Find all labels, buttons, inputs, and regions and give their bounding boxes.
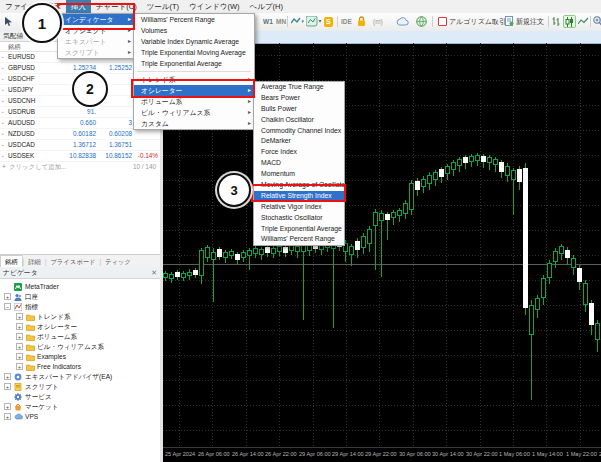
timeframe-mn-button[interactable]: MN: [274, 15, 288, 28]
market-icon: [14, 403, 22, 411]
new-order-button[interactable]: 新規注文: [505, 15, 544, 28]
market-watch-row[interactable]: ▪USDCAD1.367121.36751: [0, 140, 160, 151]
algo-trading-button[interactable]: アルゴリズム取引: [438, 15, 506, 28]
menu-item[interactable]: Williams' Percent Range: [254, 234, 344, 245]
menubar-item[interactable]: ヘルプ(H): [245, 0, 288, 13]
candlestick-mode-icon[interactable]: [563, 15, 576, 28]
bar-chart-mode-icon[interactable]: [552, 15, 561, 28]
line-chart-dropdown-icon[interactable]: [291, 15, 304, 28]
symbols-icon[interactable]: S: [324, 15, 333, 28]
navigator-item[interactable]: +口座: [0, 292, 160, 302]
candle-body: [259, 249, 264, 255]
ide-button[interactable]: IDE: [341, 15, 352, 28]
navigator-item-label: ビル・ウィリアムス系: [37, 342, 104, 352]
menu-item[interactable]: Triple Exponential Average: [134, 58, 254, 69]
navigator-item-label: エキスパートアドバイザ(EA): [25, 372, 112, 382]
timeframe-w1-button[interactable]: W1: [261, 15, 275, 28]
navigator-item[interactable]: +ビル・ウィリアムス系: [0, 342, 160, 352]
expand-toggle-icon[interactable]: +: [4, 413, 11, 420]
candle-body: [217, 249, 222, 257]
menu-item[interactable]: Triple Exponential Average: [254, 224, 344, 235]
folder-icon: [26, 363, 34, 371]
cloud-icon[interactable]: [396, 15, 409, 28]
expand-toggle-icon[interactable]: +: [4, 373, 11, 380]
candle-body: [577, 268, 582, 282]
menu-item[interactable]: カスタム▸: [134, 118, 254, 129]
panel-tab[interactable]: 詳細: [24, 256, 45, 268]
time-axis[interactable]: 25 Apr 202426 Apr 06:0026 Apr 14:0026 Ap…: [163, 447, 601, 462]
expand-toggle-icon[interactable]: −: [4, 303, 11, 310]
navigator-item[interactable]: +エキスパートアドバイザ(EA): [0, 372, 160, 382]
expand-toggle-icon[interactable]: +: [16, 363, 23, 370]
menu-item[interactable]: Variable Index Dynamic Average: [134, 36, 254, 47]
panel-tab[interactable]: ティック: [101, 256, 135, 268]
navigator-item[interactable]: +ボリューム系: [0, 332, 160, 342]
menu-item[interactable]: ビル・ウィリアムス系▸: [134, 107, 254, 118]
community-globe-icon[interactable]: [416, 15, 427, 28]
menu-item[interactable]: Volumes: [134, 25, 254, 36]
menu-item[interactable]: DeMarker: [254, 136, 344, 147]
navigator-item[interactable]: MetaTrader: [0, 282, 160, 292]
menubar-item[interactable]: ツール(T): [142, 0, 184, 13]
expand-toggle-icon[interactable]: +: [4, 293, 11, 300]
expand-toggle-icon[interactable]: +: [16, 353, 23, 360]
menu-item[interactable]: Bulls Power: [254, 104, 344, 115]
candle-body: [277, 246, 282, 252]
change-value: -0.14%: [132, 151, 158, 161]
menu-item[interactable]: Bears Power: [254, 93, 344, 104]
menu-item[interactable]: Relative Vigor Index: [254, 202, 344, 213]
menu-item[interactable]: Force Index: [254, 147, 344, 158]
navigator-item[interactable]: +VPS: [0, 412, 160, 422]
navigator-item[interactable]: サービス: [0, 392, 160, 402]
grid-line: [163, 155, 601, 156]
expand-toggle-icon[interactable]: +: [16, 343, 23, 350]
candle-body: [541, 278, 546, 298]
menu-item[interactable]: MACD: [254, 158, 344, 169]
menubar-item[interactable]: ウインドウ(W): [184, 0, 244, 13]
close-icon[interactable]: ✕: [151, 269, 157, 277]
grid-line: [513, 43, 514, 447]
menu-item[interactable]: Triple Exponential Moving Average: [134, 47, 254, 58]
grid-line: [163, 130, 601, 131]
navigator-item[interactable]: −指標: [0, 302, 160, 312]
candle-body: [427, 175, 432, 184]
lock-icon[interactable]: [357, 15, 366, 28]
navigator-item[interactable]: +Free Indicators: [0, 362, 160, 372]
zoom-in-icon[interactable]: [593, 15, 601, 28]
grid-line: [446, 43, 447, 447]
indicator-dropdown-icon[interactable]: [306, 15, 322, 28]
folder-icon: [26, 343, 34, 351]
cursor-tool-icon[interactable]: [3, 15, 14, 28]
market-watch-row[interactable]: ▪NZDUSD0.601820.60208: [0, 129, 160, 140]
menu-item[interactable]: Momentum: [254, 169, 344, 180]
line-chart-mode-icon[interactable]: [578, 15, 589, 28]
navigator-item-label: サービス: [25, 392, 52, 402]
expand-toggle-icon[interactable]: +: [16, 313, 23, 320]
panel-tab[interactable]: プライスボード: [46, 256, 99, 268]
navigator-item[interactable]: +オシレーター: [0, 322, 160, 332]
navigator-item[interactable]: +マーケット: [0, 402, 160, 412]
candle-body: [361, 236, 366, 248]
plus-icon: +: [2, 162, 6, 172]
submenu-arrow-icon: ▸: [248, 118, 251, 129]
grid-line: [163, 280, 601, 281]
expand-toggle-icon[interactable]: +: [4, 383, 11, 390]
menu-item[interactable]: Chaikin Oscillator: [254, 115, 344, 126]
expand-toggle-icon[interactable]: +: [16, 323, 23, 330]
annotation-step-circle: 1: [22, 3, 62, 43]
navigator-item[interactable]: +トレンド系: [0, 312, 160, 322]
expand-toggle-icon[interactable]: +: [16, 333, 23, 340]
menu-item[interactable]: Stochastic Oscillator: [254, 213, 344, 224]
add-symbol-row[interactable]: + クリックして追加... 10 / 140: [0, 162, 160, 172]
navigator-item[interactable]: +Examples: [0, 352, 160, 362]
mql-channel-icon[interactable]: (m): [373, 15, 383, 28]
menu-item[interactable]: Commodity Channel Index: [254, 126, 344, 137]
expand-toggle-icon[interactable]: +: [4, 403, 11, 410]
indicator-submenu: Williams' Percent RangeVolumesVariable I…: [133, 13, 255, 130]
market-watch-row[interactable]: ▪USDSEK10.8283810.86152-0.14%: [0, 151, 160, 162]
candle-body: [355, 241, 360, 250]
ask-value: 10.86152: [98, 151, 132, 161]
menu-item[interactable]: Average True Range: [254, 82, 344, 93]
menu-item[interactable]: Williams' Percent Range: [134, 14, 254, 25]
navigator-item[interactable]: +スクリプト: [0, 382, 160, 392]
